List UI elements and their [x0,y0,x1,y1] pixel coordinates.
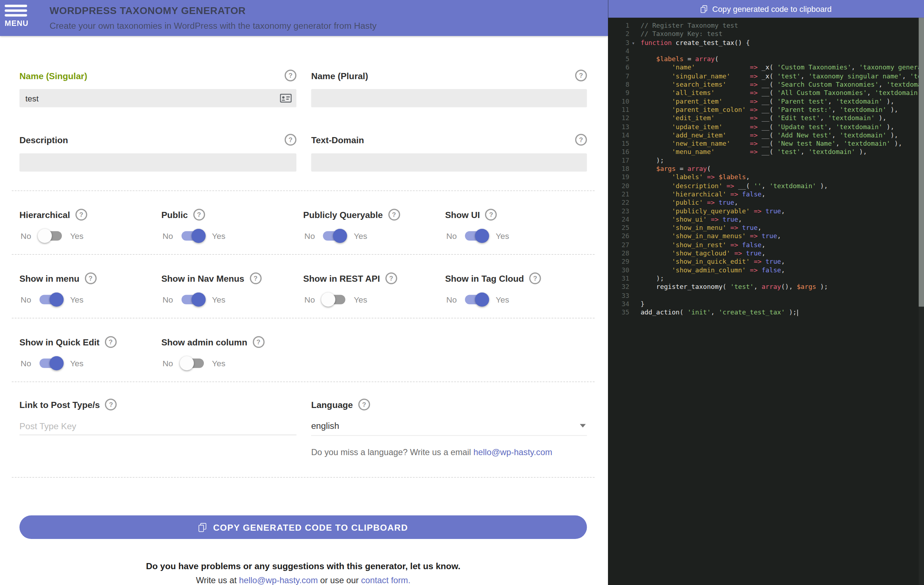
language-select[interactable]: english [311,421,587,436]
code-token: 'All Custom Taxonomies' [777,89,867,97]
toggle-switch-show-in-menu[interactable] [40,295,62,304]
help-icon[interactable] [105,398,117,410]
code-token: 'show_in_rest' [672,241,726,249]
help-icon[interactable] [485,209,497,221]
toggle-no-label: No [163,231,173,240]
code-token: 'name' [672,64,695,72]
help-icon[interactable] [285,134,297,146]
code-token: { [742,39,750,46]
help-icon[interactable] [105,336,117,348]
code-token: ); [816,283,828,291]
code-token: , [828,123,836,131]
code-editor: 1// Register Taxonomy test2// Taxonomy K… [608,18,924,317]
form-content: Name (Singular) [20,36,587,585]
toggle-knob [333,229,347,243]
code-token: => [734,250,742,257]
post-type-input[interactable] [20,417,296,435]
code-token [757,123,761,131]
toggle-switch-public[interactable] [181,231,203,240]
code-line: 15 'new_item_name' => __( 'New test Name… [608,140,924,148]
code-token: => [754,207,761,215]
code-token: ), [890,140,902,147]
code-token: 'Edit test' [777,114,820,122]
code-line: 7 'singular_name' => _x( 'test', 'taxono… [608,72,924,81]
help-icon[interactable] [84,273,96,284]
footer-contact-link[interactable]: contact form. [361,576,410,585]
code-token: => [707,199,715,207]
code-token: ), [883,123,894,131]
copy-code-button[interactable]: COPY GENERATED CODE TO CLIPBOARD [20,516,587,539]
toggle-yes-label: Yes [70,359,83,368]
line-number: 6 [608,64,629,72]
footer-email-link[interactable]: hello@wp-hasty.com [239,576,318,585]
line-number: 11 [608,106,629,114]
toggle-switch-show-ui[interactable] [465,231,487,240]
code-token: ( [769,114,777,122]
copy-code-header[interactable]: Copy generated code to clipboard [608,0,924,18]
code-token: 'textdomain' [840,106,886,114]
code-token [641,207,672,215]
help-icon[interactable] [358,398,370,410]
toggle-switch-hierarchical[interactable] [40,231,62,240]
code-scrollbar-thumb[interactable] [919,18,924,307]
code-token: 'Search Custom Taxonomies' [777,81,879,89]
toggle-switch-show-in-nav-menus[interactable] [181,295,203,304]
code-token: true [766,207,781,215]
name-singular-input[interactable] [20,89,296,107]
toggle-row: Show in Quick EditNoYesShow admin column… [20,318,587,382]
code-token: , [757,224,761,232]
description-input[interactable] [20,153,296,172]
name-plural-input[interactable] [311,89,587,107]
code-token: 'update_item' [672,123,722,131]
code-token: 'description' [672,182,722,190]
line-number: 35 [608,308,629,317]
toggle-switch-publicly-queryable[interactable] [323,231,345,240]
code-token: 'textdomain' [875,89,921,97]
code-token: function [641,39,672,46]
help-icon[interactable] [575,69,587,81]
code-token: 'menu_name' [672,148,714,156]
help-icon[interactable] [252,336,264,348]
description-label: Description [20,135,68,145]
code-token: 'Update test' [777,123,828,131]
copy-icon [700,5,707,13]
line-number: 29 [608,258,629,266]
code-token [641,250,672,257]
code-token: , [754,283,761,291]
code-token: 'parent_item' [672,98,722,106]
footer-middle-text: or use our [318,576,361,585]
help-icon[interactable] [388,209,400,221]
code-token [726,190,730,198]
toggle-no-label: No [305,295,315,304]
code-token: 'show_ui' [672,216,707,223]
autofill-contact-icon[interactable] [280,94,292,103]
toggle-switch-show-in-rest-api[interactable] [323,295,345,304]
text-domain-input[interactable] [311,153,587,172]
code-token [641,72,672,80]
menu-button[interactable]: MENU [5,5,31,28]
copy-code-header-label: Copy generated code to clipboard [712,4,832,13]
code-token: 'new_item_name' [672,140,730,147]
line-number: 23 [608,207,629,215]
toggle-switch-show-in-tag-cloud[interactable] [465,295,487,304]
help-icon[interactable] [285,69,297,81]
code-token [757,148,761,156]
code-token: , [746,174,750,181]
language-helper-email-link[interactable]: hello@wp-hasty.com [474,448,552,457]
code-token [641,165,656,173]
toggle-switch-show-in-quick-edit[interactable] [40,359,62,368]
help-icon[interactable] [385,273,397,284]
help-icon[interactable] [575,134,587,146]
code-token [641,224,672,232]
code-token [730,72,750,80]
help-icon[interactable] [76,209,87,221]
code-token: => [750,64,758,72]
fold-arrow-icon[interactable]: ▾ [632,39,635,47]
toggle-switch-show-admin-column[interactable] [181,359,203,368]
text-domain-label: Text-Domain [311,135,364,145]
help-icon[interactable] [249,273,261,284]
help-icon[interactable] [193,209,205,221]
help-icon[interactable] [529,273,541,284]
code-token: , [867,89,875,97]
toggle-public: PublicNoYes [162,209,304,241]
